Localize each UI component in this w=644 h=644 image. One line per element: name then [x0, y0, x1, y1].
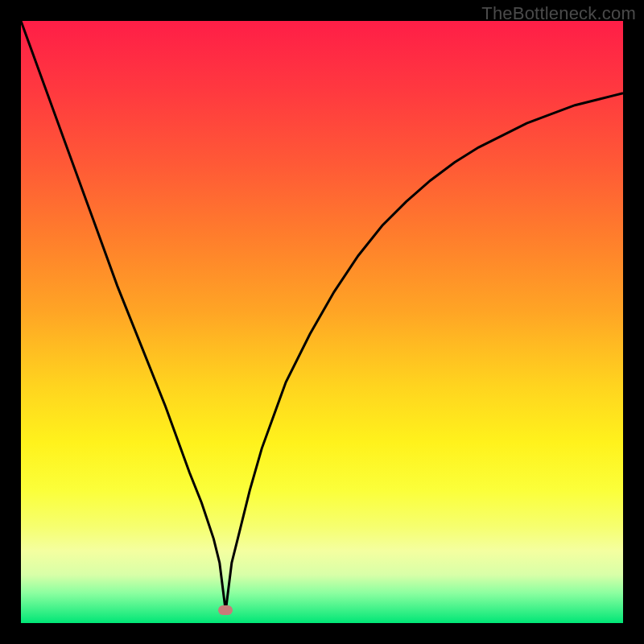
bottleneck-curve [21, 21, 623, 623]
minimum-marker [218, 605, 233, 615]
curve-path [21, 21, 623, 611]
plot-frame [21, 21, 623, 623]
watermark-text: TheBottleneck.com [481, 3, 636, 24]
chart-container: TheBottleneck.com [0, 0, 644, 644]
